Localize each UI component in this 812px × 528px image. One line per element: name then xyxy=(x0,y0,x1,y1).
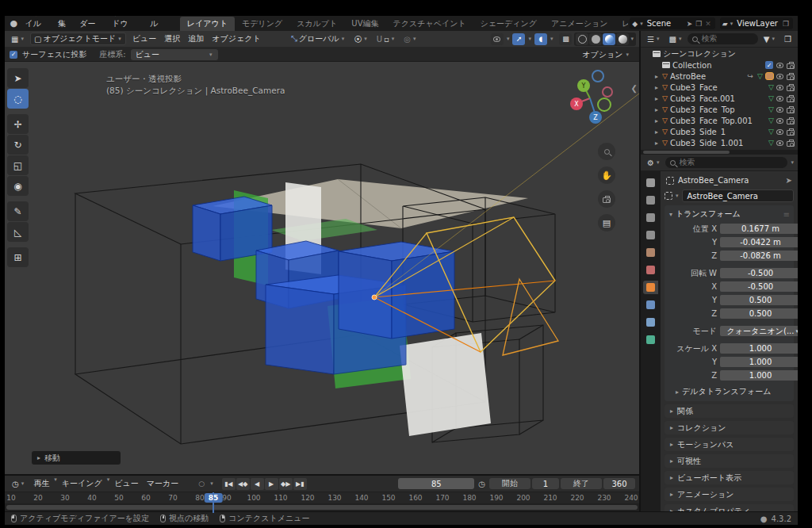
expander-icon[interactable]: ▸ xyxy=(653,140,660,147)
delta-transform-subpanel[interactable]: ▸ デルタトランスフォーム xyxy=(668,383,791,397)
disable-render-toggle[interactable] xyxy=(787,141,795,147)
workspace-tab[interactable]: モデリング xyxy=(235,17,289,31)
viewport-menu-オブジェクト[interactable]: オブジェクト xyxy=(208,32,264,46)
workspace-tab[interactable]: スカルプト xyxy=(289,17,344,31)
disable-render-toggle[interactable] xyxy=(787,86,795,91)
hide-viewport-toggle[interactable] xyxy=(776,95,783,102)
outliner-row[interactable]: ▸▽Cube3_Side_1▽ xyxy=(641,126,798,137)
disable-render-toggle[interactable] xyxy=(787,97,795,102)
expander-icon[interactable]: ▸ xyxy=(653,73,660,80)
proportional-edit-button[interactable]: ◎▾ xyxy=(400,34,419,44)
outliner-item-label[interactable]: Cube3_Face xyxy=(670,83,766,92)
auto-keyframe-button[interactable]: ○ xyxy=(195,478,208,490)
workspace-tab[interactable]: UV編集 xyxy=(344,17,385,31)
next-keyframe-button[interactable]: ◆▶ xyxy=(279,478,293,490)
properties-options-caret[interactable]: ▾ xyxy=(791,159,794,166)
viewport-3d-scene[interactable] xyxy=(5,62,639,474)
outliner-item-label[interactable]: Cube3_Side_1.001 xyxy=(670,139,766,147)
outliner-row[interactable]: ▸▽Cube3_Face_Top▽ xyxy=(641,104,798,115)
expander-icon[interactable]: ▸ xyxy=(653,117,660,124)
scene-tab[interactable] xyxy=(643,246,658,259)
timeline-menu-マーカー[interactable]: マーカー xyxy=(143,476,182,491)
transform-value-field[interactable]: -0.500 xyxy=(720,281,798,292)
viewport-menu-追加[interactable]: 追加 xyxy=(184,32,208,46)
disable-render-toggle[interactable] xyxy=(787,63,795,69)
outliner-row[interactable]: ▸▽Cube3_Face.001▽ xyxy=(641,93,798,104)
end-frame-field[interactable]: 360 xyxy=(603,478,635,489)
white-plane-bottom-right[interactable] xyxy=(400,333,491,436)
panel-アニメーション[interactable]: ▸アニメーション xyxy=(665,488,794,501)
add-cube-tool[interactable]: ⊞ xyxy=(7,247,29,267)
view-layer-tab[interactable] xyxy=(643,228,658,242)
outliner-item-label[interactable]: AstroBee xyxy=(670,72,744,81)
outliner-item-label[interactable]: Collection xyxy=(672,61,763,70)
outliner-row[interactable]: ▸▽Cube3_Side_1.001▽ xyxy=(641,137,798,148)
outliner-display-mode-button[interactable]: ▩▾ xyxy=(665,34,685,44)
annotate-tool[interactable]: ✎ xyxy=(7,201,29,221)
pin-icon[interactable]: ➤ xyxy=(687,20,693,28)
scene-selector[interactable]: ◆ ▾ Scene ➤ ❐ ✕ xyxy=(630,17,715,29)
outliner-item-label[interactable]: シーンコレクション xyxy=(663,48,792,59)
workspace-tab[interactable]: テクスチャペイント xyxy=(385,17,473,31)
object-data-tab[interactable] xyxy=(643,316,658,329)
transform-value-field[interactable]: 1.000 xyxy=(720,370,798,381)
new-viewlayer-icon[interactable]: ❐ xyxy=(783,20,789,28)
transform-value-field[interactable]: 0.500 xyxy=(720,295,798,305)
transform-value-field[interactable]: 0.500 xyxy=(720,308,798,319)
operator-panel[interactable]: ▸ 移動 xyxy=(32,451,121,465)
timeline-ruler[interactable]: 1020304050607080901001101201301401501601… xyxy=(5,492,639,503)
expander-icon[interactable]: ▸ xyxy=(653,95,660,102)
disable-render-toggle[interactable] xyxy=(787,130,795,136)
transform-value-field[interactable]: -0.0826 m xyxy=(720,251,798,261)
outliner-row[interactable]: ▸▽Cube3_Face▽ xyxy=(641,82,798,93)
rotate-tool[interactable]: ↻ xyxy=(7,135,29,155)
show-object-types-button[interactable] xyxy=(491,33,504,45)
world-tab[interactable] xyxy=(643,263,658,277)
outliner-row[interactable]: ▸▽AstroBee↪▽ xyxy=(641,71,798,82)
expander-icon[interactable]: ▸ xyxy=(653,106,660,113)
object-name-field[interactable]: AstroBee_Camera xyxy=(682,189,794,202)
xray-toggle[interactable]: ▩ xyxy=(559,33,572,45)
start-frame-field[interactable]: 1 xyxy=(532,478,559,489)
scene-name[interactable]: Scene xyxy=(644,19,685,28)
outliner-row[interactable]: シーンコレクション xyxy=(641,48,798,59)
outliner-editor-type-button[interactable]: ☰▾ xyxy=(644,34,663,44)
outliner-search-input[interactable]: 検索 xyxy=(688,33,757,44)
hide-viewport-toggle[interactable] xyxy=(776,140,783,147)
workspace-tab[interactable]: レンダリング xyxy=(615,17,628,31)
viewport-menu-選択[interactable]: 選択 xyxy=(160,32,184,46)
move-tool[interactable]: ✢ xyxy=(7,114,29,134)
transform-tool[interactable]: ◉ xyxy=(7,176,29,196)
expander-icon[interactable]: ▸ xyxy=(653,84,660,91)
play-reverse-button[interactable]: ◀ xyxy=(251,478,264,490)
disable-render-toggle[interactable] xyxy=(787,108,795,113)
transform-value-field[interactable]: クォータニオン(...▾ xyxy=(720,326,798,336)
axis-neg-y[interactable] xyxy=(598,98,611,111)
play-button[interactable]: ▶ xyxy=(265,478,278,490)
snap-selector[interactable]: U▫▾ xyxy=(373,34,399,44)
tool-tab[interactable] xyxy=(643,176,658,189)
options-button[interactable]: オプション ▾ xyxy=(577,48,634,61)
collection-checkbox[interactable]: ✓ xyxy=(765,61,773,69)
outliner-row[interactable]: ▸▽Cube3_Face_Top.001▽ xyxy=(641,115,798,126)
workspace-tab[interactable]: アニメーション xyxy=(544,17,615,31)
timeline-editor-type-button[interactable]: ◷▾ xyxy=(9,479,28,489)
hide-viewport-toggle[interactable] xyxy=(776,62,783,69)
constraints-tab[interactable] xyxy=(643,298,658,312)
outliner-row[interactable]: Collection✓ xyxy=(641,59,798,71)
transform-value-field[interactable]: 1.000 xyxy=(720,343,798,354)
panel-ビューポート表示[interactable]: ▸ビューポート表示 xyxy=(665,471,794,484)
outliner-hscrollbar[interactable] xyxy=(641,150,798,155)
outliner-item-label[interactable]: Cube3_Face_Top xyxy=(670,105,766,114)
current-frame-field[interactable]: 85 xyxy=(398,478,474,489)
render-tab[interactable] xyxy=(643,193,658,207)
coord-system-dropdown[interactable]: ビュー ▾ xyxy=(131,49,218,60)
new-collection-button[interactable]: ❐ xyxy=(781,34,795,44)
panel-モーションパス[interactable]: ▸モーションパス xyxy=(665,438,794,451)
shading-wireframe-button[interactable] xyxy=(576,33,588,45)
shading-solid-button[interactable] xyxy=(589,33,602,45)
timeline-menu-ビュー[interactable]: ビュー xyxy=(110,476,142,491)
camera-origin-point[interactable] xyxy=(372,295,377,300)
panel-カスタムプロパティ[interactable]: ▸カスタムプロパティ xyxy=(665,504,794,511)
prev-keyframe-button[interactable]: ◀◆ xyxy=(236,478,250,490)
